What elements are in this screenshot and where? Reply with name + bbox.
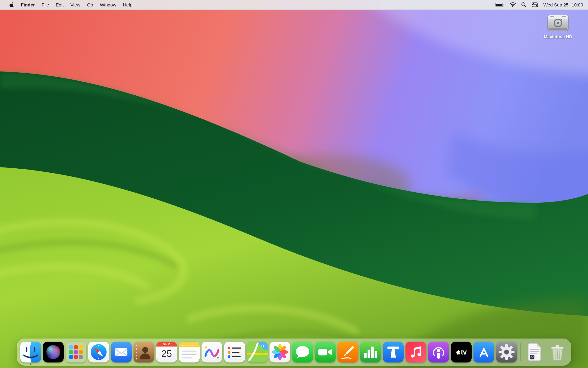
menu-bar: Finder File Edit View Go Window Help	[0, 0, 588, 10]
desktop-icon-macintosh-hd[interactable]: Macintosh HD	[540, 13, 576, 39]
dock-item-system-settings[interactable]	[496, 342, 517, 362]
maps-icon	[247, 342, 268, 362]
menu-edit-label: Edit	[56, 2, 64, 7]
menu-window-label: Window	[100, 2, 116, 7]
wallpaper-sonoma	[0, 0, 588, 368]
podcasts-icon	[428, 342, 449, 362]
dock-item-keynote[interactable]	[383, 342, 404, 362]
calendar-month: SEP	[156, 342, 177, 347]
notes-icon	[179, 342, 200, 362]
freeform-icon	[202, 342, 222, 362]
safari-icon	[88, 342, 109, 362]
system-settings-icon	[496, 342, 517, 362]
apple-tv-icon: tv	[451, 342, 472, 362]
dock-item-siri[interactable]	[43, 342, 64, 362]
dock-item-facetime[interactable]	[315, 342, 336, 362]
battery-icon[interactable]	[495, 3, 504, 7]
apple-logo-small-icon	[456, 350, 460, 355]
dock-item-maps[interactable]	[247, 342, 268, 362]
pages-icon	[337, 342, 358, 362]
numbers-icon	[360, 342, 381, 362]
menu-file[interactable]: File	[38, 0, 52, 10]
dock-item-reminders[interactable]	[224, 342, 245, 362]
dock-item-launchpad[interactable]	[66, 342, 86, 362]
contacts-icon	[134, 342, 154, 362]
dock-item-freeform[interactable]	[202, 342, 222, 362]
mail-icon	[111, 342, 132, 362]
dock-item-music[interactable]	[405, 342, 426, 362]
launchpad-icon	[66, 342, 86, 362]
app-store-icon	[473, 342, 494, 362]
dock-item-mail[interactable]	[111, 342, 132, 362]
dock-item-trash[interactable]	[547, 342, 568, 362]
menu-go-label: Go	[87, 2, 93, 7]
menu-go[interactable]: Go	[84, 0, 96, 10]
running-indicator-dot	[30, 363, 32, 365]
spotlight-search-icon[interactable]	[521, 2, 526, 7]
dock-item-numbers[interactable]	[360, 342, 381, 362]
keynote-icon	[383, 342, 404, 362]
dock-item-tv[interactable]: tv	[451, 342, 472, 362]
menu-finder[interactable]: Finder	[17, 0, 38, 10]
menu-finder-label: Finder	[21, 2, 35, 7]
menu-file-label: File	[42, 2, 49, 7]
dock-item-notes[interactable]	[179, 342, 200, 362]
dock-item-podcasts[interactable]	[428, 342, 449, 362]
menu-time: 10:00	[571, 2, 583, 7]
apple-menu[interactable]	[6, 0, 17, 10]
trash-icon	[547, 342, 568, 362]
menu-view-label: View	[70, 2, 80, 7]
dock-item-contacts[interactable]	[134, 342, 154, 362]
dock-divider	[520, 343, 521, 361]
dock-item-safari[interactable]	[88, 342, 109, 362]
desktop: Finder File Edit View Go Window Help	[0, 0, 588, 368]
dock-item-pages[interactable]	[337, 342, 358, 362]
dock-item-photos[interactable]	[270, 342, 290, 362]
dock-item-calendar[interactable]: SEP 25	[156, 342, 177, 362]
siri-icon	[43, 342, 64, 362]
dock: SEP 25	[17, 339, 571, 366]
menu-help[interactable]: Help	[120, 0, 136, 10]
dock-item-app-store[interactable]	[473, 342, 494, 362]
dock-item-document[interactable]	[524, 342, 545, 362]
wifi-icon[interactable]	[510, 2, 516, 7]
control-center-icon[interactable]	[532, 2, 538, 7]
menu-window[interactable]: Window	[96, 0, 119, 10]
hard-drive-icon	[546, 13, 570, 33]
menu-clock[interactable]: Wed Sep 25 10:00	[543, 2, 583, 7]
reminders-icon	[224, 342, 245, 362]
menu-view[interactable]: View	[67, 0, 84, 10]
menu-date: Wed Sep 25	[543, 2, 568, 7]
tv-label: tv	[461, 348, 466, 356]
dock-item-finder[interactable]	[20, 342, 41, 362]
menu-edit[interactable]: Edit	[52, 0, 67, 10]
photos-icon	[270, 342, 290, 362]
calendar-icon: SEP 25	[156, 342, 177, 362]
facetime-icon	[315, 342, 336, 362]
menu-help-label: Help	[123, 2, 133, 7]
calendar-day: 25	[161, 347, 172, 362]
desktop-icon-label: Macintosh HD	[544, 34, 572, 39]
apple-logo-icon	[9, 2, 14, 8]
document-file-icon	[524, 342, 545, 362]
finder-icon	[20, 342, 41, 362]
messages-icon	[292, 342, 313, 362]
dock-item-messages[interactable]	[292, 342, 313, 362]
music-icon	[405, 342, 426, 362]
